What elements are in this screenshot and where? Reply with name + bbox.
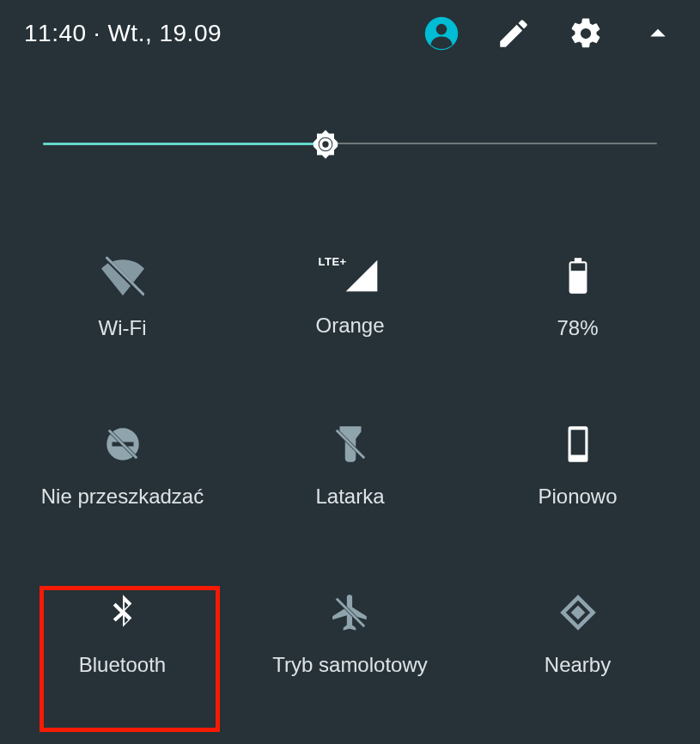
edit-icon[interactable] — [496, 15, 532, 52]
bluetooth-icon — [101, 591, 144, 634]
tile-cellular[interactable]: LTE+ Orange — [236, 213, 464, 381]
nearby-icon — [557, 591, 600, 634]
dnd-off-icon — [101, 423, 144, 466]
signal-icon: LTE+ — [320, 257, 380, 295]
tile-rotation-label: Pionowo — [538, 485, 617, 509]
tile-bluetooth[interactable]: Bluetooth — [9, 550, 236, 718]
tile-airplane-label: Tryb samolotowy — [272, 653, 428, 677]
flashlight-off-icon — [329, 423, 372, 466]
svg-rect-6 — [570, 263, 585, 271]
tile-dnd[interactable]: Nie przeszkadzać — [9, 381, 236, 550]
tile-flashlight-label: Latarka — [315, 485, 384, 509]
collapse-icon[interactable] — [640, 15, 676, 52]
user-icon[interactable] — [423, 15, 460, 52]
tile-battery[interactable]: 78% — [464, 213, 691, 381]
quick-settings-header: 11:40 · Wt., 19.09 — [0, 0, 700, 67]
tile-dnd-label: Nie przeszkadzać — [41, 485, 204, 509]
tile-cellular-label: Orange — [315, 314, 384, 338]
clock-time: 11:40 — [24, 20, 87, 46]
battery-icon — [557, 254, 600, 297]
tile-bluetooth-label: Bluetooth — [79, 653, 166, 677]
tile-wifi[interactable]: Wi-Fi — [9, 213, 236, 381]
clock-date: Wt., 19.09 — [107, 20, 222, 46]
quick-settings-grid: Wi-Fi LTE+ Orange 78% Nie przeszkadzać L… — [0, 179, 700, 718]
airplane-off-icon — [329, 591, 372, 634]
settings-icon[interactable] — [568, 15, 604, 52]
status-time-date: 11:40 · Wt., 19.09 — [24, 20, 222, 47]
tile-nearby[interactable]: Nearby — [464, 550, 691, 718]
wifi-off-icon — [101, 254, 144, 297]
svg-point-1 — [436, 24, 447, 35]
tile-battery-label: 78% — [557, 316, 598, 340]
brightness-slider[interactable] — [43, 127, 657, 162]
svg-rect-14 — [570, 430, 585, 454]
brightness-slider-container — [0, 67, 700, 179]
header-actions — [423, 15, 676, 52]
tile-airplane[interactable]: Tryb samolotowy — [236, 550, 464, 718]
clock-sep: · — [87, 20, 108, 46]
tile-flashlight[interactable]: Latarka — [236, 381, 464, 550]
portrait-icon — [557, 423, 600, 466]
tile-nearby-label: Nearby — [545, 653, 611, 677]
tile-wifi-label: Wi-Fi — [99, 316, 147, 340]
slider-track-fill — [43, 143, 326, 145]
brightness-icon[interactable] — [308, 127, 343, 162]
tile-rotation[interactable]: Pionowo — [464, 381, 691, 550]
